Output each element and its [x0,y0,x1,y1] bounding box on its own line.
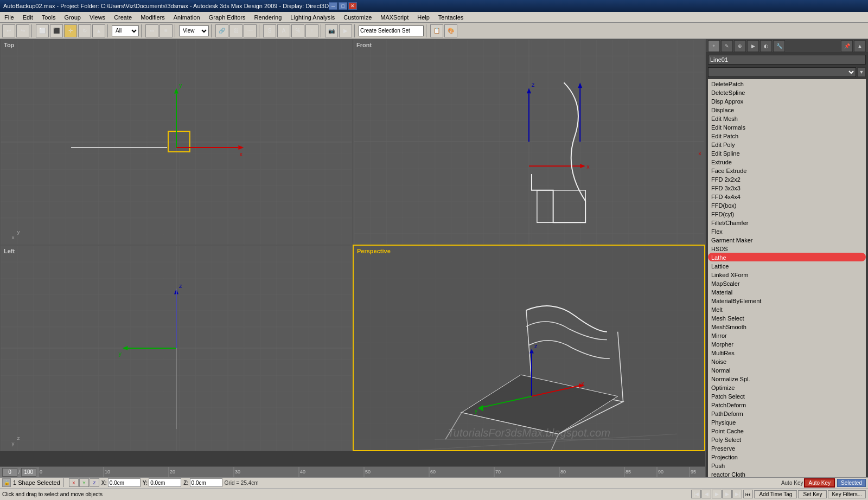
link-button[interactable]: 🔗 [215,24,228,37]
modifier-item-EditPoly[interactable]: Edit Poly [708,140,866,149]
set-key-button[interactable]: Set Key [798,490,827,498]
modifier-item-EditNormals[interactable]: Edit Normals [708,123,866,131]
timeline-track[interactable]: 0 10 20 30 40 50 60 70 80 85 90 95 [39,467,705,477]
modifier-item-DispApprox[interactable]: Disp Approx [708,97,866,105]
percent-snap[interactable]: % [291,24,304,37]
modifier-item-Material[interactable]: Material [708,287,866,296]
y-lock-icon[interactable]: Y [79,478,89,487]
add-time-tag-button[interactable]: Add Time Tag [754,490,797,498]
modifier-item-HSDS[interactable]: HSDS [708,244,866,253]
redo-button[interactable]: ↪ [16,24,29,37]
modifier-item-FFD4x4x4[interactable]: FFD 4x4x4 [708,192,866,201]
menu-rendering[interactable]: Rendering [250,12,286,22]
unlink-button[interactable]: ⛓ [229,24,242,37]
z-lock-icon[interactable]: Z [90,478,99,487]
menu-lighting-analysis[interactable]: Lighting Analysis [286,12,339,22]
menu-file[interactable]: File [0,12,18,22]
panel-pin-button[interactable]: 📌 [841,40,853,52]
menu-create[interactable]: Create [110,12,136,22]
lock-icon[interactable]: 🔒 [2,478,11,487]
viewport-perspective[interactable]: Perspective [353,245,705,451]
modifier-item-Lattice[interactable]: Lattice [708,261,866,270]
modifier-item-Physique[interactable]: Physique [708,418,866,426]
modifier-item-FFD2x2x2[interactable]: FFD 2x2x2 [708,175,866,183]
prev-key-button[interactable]: |◀ [691,490,701,498]
next-key-button[interactable]: ▶| [732,490,742,498]
modifier-item-NormalizeSpl[interactable]: Normalize Spl. [708,374,866,383]
modifier-item-MapScaler[interactable]: MapScaler [708,279,866,287]
undo-button[interactable]: ↩ [2,24,15,37]
angle-snap[interactable]: A [277,24,290,37]
viewport-left[interactable]: Left y z y z [0,245,353,451]
menu-maxscript[interactable]: MAXScript [376,12,413,22]
rotate-button[interactable]: ↻ [78,24,91,37]
modifier-item-FFDcyl[interactable]: FFD(cyl) [708,209,866,218]
view-combo[interactable]: View [179,25,209,36]
menu-views[interactable]: Views [85,12,110,22]
modifier-item-FFD3x3x3[interactable]: FFD 3x3x3 [708,183,866,192]
modifier-item-Morpher[interactable]: Morpher [708,339,866,348]
modifier-item-Flex[interactable]: Flex [708,227,866,235]
menu-edit[interactable]: Edit [18,12,37,22]
modifier-item-Normal[interactable]: Normal [708,366,866,374]
modifier-item-Noise[interactable]: Noise [708,357,866,366]
bind-space-warp[interactable]: 〰 [244,24,257,37]
modifier-item-Push[interactable]: Push [708,461,866,470]
layer-manager-button[interactable]: 📋 [430,24,443,37]
menu-group[interactable]: Group [60,12,85,22]
snap-toggle[interactable]: S [263,24,276,37]
modifier-item-FilletChamfer[interactable]: Fillet/Chamfer [708,218,866,227]
modifier-item-PathDeform[interactable]: PathDeform [708,409,866,418]
total-frames-input[interactable] [21,468,36,477]
modifier-list-dropdown[interactable] [708,67,856,77]
selection-filter-combo[interactable]: All [112,25,139,36]
modifier-item-MeshSelect[interactable]: Mesh Select [708,313,866,322]
panel-tab-display[interactable]: ◐ [760,40,772,52]
y-coord-input[interactable] [149,478,181,487]
select-move-button[interactable]: ✛ [64,24,77,37]
render-setup[interactable]: 📷 [325,24,338,37]
select-object-button[interactable]: ⬜ [36,24,49,37]
menu-help[interactable]: Help [413,12,434,22]
material-editor-button[interactable]: 🎨 [444,24,457,37]
modifier-item-Projection[interactable]: Projection [708,452,866,461]
modifier-item-FaceExtrude[interactable]: Face Extrude [708,166,866,175]
modifier-item-Mirror[interactable]: Mirror [708,331,866,339]
modifier-list[interactable]: DeletePatchDeleteSplineDisp ApproxDispla… [708,79,866,488]
modifier-item-EditMesh[interactable]: Edit Mesh [708,114,866,123]
modifier-item-MultiRes[interactable]: MultiRes [708,348,866,357]
z-coord-input[interactable] [190,478,222,487]
panel-scroll-up[interactable]: ▲ [854,40,866,52]
modifier-item-EditSpline[interactable]: Edit Spline [708,149,866,157]
menu-tools[interactable]: Tools [37,12,60,22]
menu-graph-editors[interactable]: Graph Editors [205,12,250,22]
modifier-item-Extrude[interactable]: Extrude [708,157,866,166]
modifier-item-LinkedXForm[interactable]: Linked XForm [708,270,866,279]
go-start-button[interactable]: ⏮ [743,490,753,498]
prev-frame-button[interactable]: ◀ [701,490,711,498]
quick-render[interactable]: ▶ [339,24,352,37]
panel-tab-modify[interactable]: ✎ [721,40,733,52]
menu-modifiers[interactable]: Modifiers [136,12,169,22]
mirror-button[interactable]: ⇔ [145,24,158,37]
next-frame-button[interactable]: ▶ [722,490,732,498]
panel-tab-hierarchy[interactable]: ⊕ [734,40,746,52]
modifier-item-PointCache[interactable]: Point Cache [708,426,866,435]
close-button[interactable]: ✕ [348,2,357,10]
modifier-item-MaterialByElement[interactable]: MaterialByElement [708,296,866,305]
modifier-dropdown-arrow[interactable]: ▼ [857,67,866,77]
modifier-item-Lathe[interactable]: Lathe [708,253,866,261]
create-selection-set-input[interactable] [359,25,424,36]
viewport-front[interactable]: Front z x x [353,39,705,245]
play-button[interactable]: ▶ [712,490,722,498]
select-region-button[interactable]: ⬛ [50,24,63,37]
current-frame-input[interactable] [2,468,17,477]
maximize-button[interactable]: □ [339,2,347,10]
modifier-item-Displace[interactable]: Displace [708,105,866,114]
modifier-item-EditPatch[interactable]: Edit Patch [708,131,866,140]
modifier-item-Melt[interactable]: Melt [708,305,866,313]
minimize-button[interactable]: ─ [329,2,337,10]
modifier-item-PatchDeform[interactable]: PatchDeform [708,400,866,409]
menu-customize[interactable]: Customize [339,12,376,22]
modifier-item-FFDbox[interactable]: FFD(box) [708,201,866,209]
